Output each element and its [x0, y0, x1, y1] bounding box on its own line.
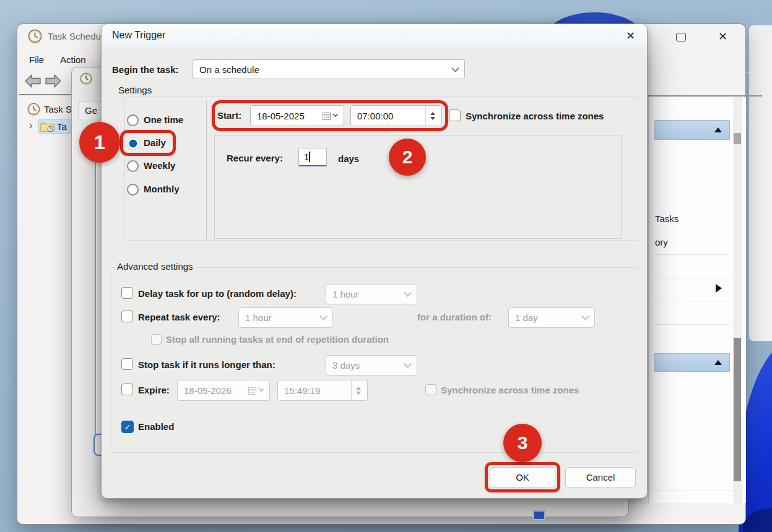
radio-monthly-label: Monthly: [144, 184, 180, 194]
recur-unit-label: days: [338, 153, 359, 164]
expire-checkbox[interactable]: [121, 384, 133, 395]
highlight-daily-radio: [120, 130, 176, 156]
expire-date-value: 18-05-2026: [184, 385, 232, 396]
repeat-value: 1 hour: [245, 312, 272, 323]
check-icon: ✓: [124, 423, 131, 432]
collapse-icon: [714, 127, 722, 132]
expand-right-icon[interactable]: [716, 284, 722, 293]
tree-folder-icon: [40, 121, 54, 135]
tree-root-clock-icon: [27, 103, 40, 118]
repeat-label: Repeat task every:: [138, 312, 220, 322]
forward-arrow-icon[interactable]: [45, 74, 62, 91]
collapse-icon: [714, 360, 722, 365]
enabled-checkbox[interactable]: ✓: [121, 421, 134, 433]
window-icon: [533, 510, 545, 520]
repeat-dropdown[interactable]: 1 hour: [238, 307, 333, 328]
chevron-down-icon: [319, 312, 327, 320]
task-scheduler-app-icon: [28, 29, 42, 46]
annotation-step-3: 3: [503, 424, 542, 462]
cancel-button[interactable]: Cancel: [565, 467, 636, 487]
menu-action[interactable]: Action: [60, 54, 86, 65]
begin-task-value: On a schedule: [199, 64, 259, 75]
duration-value: 1 day: [515, 312, 538, 323]
duration-label: for a duration of:: [417, 312, 492, 322]
toolbar-divider-left: [19, 94, 72, 95]
window-title: Task Schedu: [48, 31, 101, 41]
right-divider-dark: [648, 95, 762, 97]
sync-timezones-label: Synchronize across time zones: [466, 111, 604, 121]
maximize-icon[interactable]: [676, 33, 686, 41]
expire-label: Expire:: [138, 385, 170, 395]
stop-all-checkbox[interactable]: [151, 334, 162, 345]
advanced-group-label: Advanced settings: [116, 261, 197, 272]
stop-task-dropdown[interactable]: 3 days: [326, 355, 417, 375]
actions-separator: [654, 278, 730, 278]
stop-all-label: Stop all running tasks at end of repetit…: [166, 334, 389, 345]
cancel-button-label: Cancel: [586, 472, 615, 483]
chevron-down-icon: [451, 64, 459, 72]
right-divider-light: [648, 72, 762, 72]
new-trigger-dialog: New Trigger ✕ Begin the task: On a sched…: [101, 24, 648, 499]
radio-monthly[interactable]: [127, 184, 139, 195]
settings-divider: [206, 100, 207, 239]
actions-separator: [654, 254, 730, 255]
actions-header-top[interactable]: [654, 120, 730, 140]
actions-header-bottom[interactable]: [654, 353, 730, 372]
expire-time-value: 15:49:19: [284, 385, 320, 396]
expire-date-picker[interactable]: 18-05-2026: [177, 380, 270, 401]
expire-time-spinner[interactable]: 15:49:19: [277, 380, 368, 401]
recur-every-label: Recur every:: [227, 153, 283, 163]
sync-timezones-checkbox[interactable]: [449, 109, 461, 121]
annotation-step-1: 1: [79, 122, 120, 163]
tab-general-label: Ge: [85, 105, 97, 116]
create-task-clock-icon: [80, 72, 92, 87]
tree-item-task-scheduler[interactable]: Task S: [44, 104, 72, 114]
actions-separator: [654, 324, 730, 325]
spinner-arrows-icon[interactable]: [351, 380, 361, 400]
calendar-icon: [248, 386, 257, 395]
actions-item-history-fragment[interactable]: ory: [655, 237, 668, 247]
actions-separator: [654, 301, 730, 301]
stop-task-label: Stop task if it runs longer than:: [138, 359, 275, 370]
stop-task-checkbox[interactable]: [121, 358, 133, 370]
desktop: Task Schedu ✕ File Action Task S › Ta: [0, 0, 772, 532]
sync-timezones-label-2: Synchronize across time zones: [441, 385, 579, 395]
tree-expander-icon[interactable]: ›: [29, 119, 33, 132]
actions-bottom-line: [648, 491, 746, 491]
actions-item-tasks-fragment[interactable]: Tasks: [655, 213, 679, 224]
recur-interval-value: 1: [304, 152, 309, 162]
text-caret: [309, 152, 310, 162]
duration-dropdown[interactable]: 1 day: [508, 307, 595, 328]
recur-interval-input[interactable]: 1: [298, 148, 327, 166]
begin-task-label: Begin the task:: [112, 64, 179, 75]
settings-group-label: Settings: [118, 85, 152, 95]
actions-panel: [648, 97, 746, 503]
radio-one-time-label: One time: [144, 114, 183, 125]
tree-item-library[interactable]: Ta: [57, 121, 67, 132]
close-icon[interactable]: ✕: [718, 30, 727, 43]
dialog-title: New Trigger: [112, 30, 165, 41]
delay-value: 1 hour: [332, 289, 359, 299]
actions-scrollbar-piece[interactable]: [734, 133, 741, 144]
delay-checkbox[interactable]: [121, 287, 133, 299]
enabled-label: Enabled: [138, 421, 174, 432]
sync-timezones-checkbox-2[interactable]: [425, 384, 436, 395]
begin-task-dropdown[interactable]: On a schedule: [193, 59, 465, 79]
actions-scrollbar-thumb[interactable]: [734, 338, 741, 481]
delay-label: Delay task for up to (random delay):: [138, 288, 297, 299]
dialog-title-bar: [102, 24, 647, 48]
chevron-down-icon: [404, 289, 412, 297]
back-arrow-icon[interactable]: [24, 74, 41, 91]
radio-one-time[interactable]: [127, 114, 139, 126]
chevron-down-icon: [259, 387, 264, 392]
chevron-down-icon: [581, 312, 589, 320]
annotation-step-2: 2: [389, 139, 426, 176]
delay-dropdown[interactable]: 1 hour: [326, 284, 417, 304]
repeat-checkbox[interactable]: [121, 311, 133, 322]
dialog-close-icon[interactable]: ✕: [626, 29, 635, 43]
highlight-start-row: [212, 100, 448, 131]
menu-file[interactable]: File: [29, 54, 44, 65]
radio-weekly[interactable]: [127, 160, 139, 172]
chevron-down-icon: [404, 360, 412, 368]
stop-task-value: 3 days: [332, 360, 360, 371]
